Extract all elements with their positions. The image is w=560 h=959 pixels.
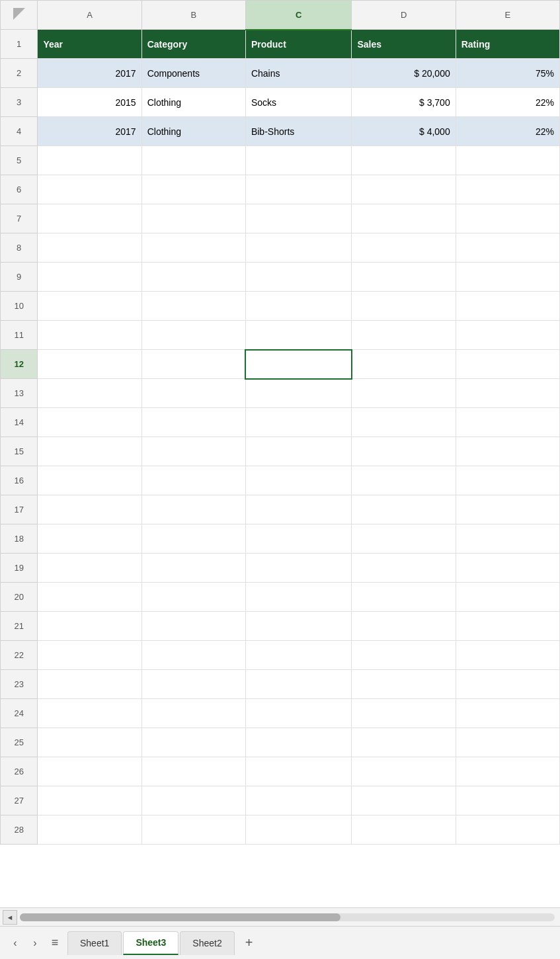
cell-a2[interactable]: 2017 [38, 59, 141, 88]
cell-e3[interactable]: 22% [456, 88, 559, 117]
cell-d4[interactable]: $ 4,000 [352, 117, 456, 146]
cell-e9[interactable] [456, 263, 559, 292]
cell-e10[interactable] [456, 292, 559, 321]
cell-e7[interactable] [456, 204, 559, 233]
cell-a4[interactable]: 2017 [38, 117, 141, 146]
row-number-18: 18 [1, 524, 38, 554]
row-number-21: 21 [1, 612, 38, 641]
cell-e8[interactable] [456, 233, 559, 263]
table-row: 11 [1, 321, 560, 350]
cell-b8[interactable] [141, 233, 245, 263]
cell-e5[interactable] [456, 146, 559, 175]
row-number-5: 5 [1, 146, 38, 175]
cell-b6[interactable] [141, 175, 245, 204]
cell-a11[interactable] [38, 321, 141, 350]
tab-sheet2[interactable]: Sheet2 [180, 931, 234, 955]
cell-a10[interactable] [38, 292, 141, 321]
scroll-left-button[interactable]: ◄ [3, 910, 17, 925]
cell-c4[interactable]: Bib-Shorts [245, 117, 352, 146]
cell-a5[interactable] [38, 146, 141, 175]
cell-c11[interactable] [245, 321, 352, 350]
cell-e1[interactable]: Rating [456, 30, 559, 59]
cell-a6[interactable] [38, 175, 141, 204]
cell-e11[interactable] [456, 321, 559, 350]
cell-c8[interactable] [245, 233, 352, 263]
cell-b5[interactable] [141, 146, 245, 175]
table-row: 26 [1, 757, 560, 786]
cell-b7[interactable] [141, 204, 245, 233]
cell-d1[interactable]: Sales [352, 30, 456, 59]
cell-c1[interactable]: Product [245, 30, 352, 59]
cell-b2[interactable]: Components [141, 59, 245, 88]
cell-b11[interactable] [141, 321, 245, 350]
row-number-17: 17 [1, 495, 38, 524]
cell-b12[interactable] [141, 350, 245, 379]
cell-d5[interactable] [352, 146, 456, 175]
cell-c12[interactable] [245, 350, 352, 379]
tab-sheet3[interactable]: Sheet3 [123, 931, 179, 955]
table-row: 24 [1, 699, 560, 728]
cell-a8[interactable] [38, 233, 141, 263]
cell-c5[interactable] [245, 146, 352, 175]
cell-a9[interactable] [38, 263, 141, 292]
cell-a3[interactable]: 2015 [38, 88, 141, 117]
table-row: 14 [1, 408, 560, 437]
cell-d3[interactable]: $ 3,700 [352, 88, 456, 117]
cell-d12[interactable] [352, 350, 456, 379]
tab-sheet1-label: Sheet1 [80, 938, 109, 948]
row-number-9: 9 [1, 263, 38, 292]
add-sheet-button[interactable]: + [239, 933, 260, 954]
cell-d7[interactable] [352, 204, 456, 233]
table-row: 7 [1, 204, 560, 233]
table-row: 17 [1, 495, 560, 524]
table-row: 23 [1, 670, 560, 699]
cell-d11[interactable] [352, 321, 456, 350]
cell-d9[interactable] [352, 263, 456, 292]
table-row: 5 [1, 146, 560, 175]
scroll-track[interactable] [20, 913, 555, 921]
cell-c3[interactable]: Socks [245, 88, 352, 117]
cell-e4[interactable]: 22% [456, 117, 559, 146]
cell-a12[interactable] [38, 350, 141, 379]
horizontal-scrollbar: ◄ [0, 907, 560, 926]
cell-b3[interactable]: Clothing [141, 88, 245, 117]
table-row: 10 [1, 292, 560, 321]
cell-a1[interactable]: Year [38, 30, 141, 59]
col-header-a[interactable]: A [38, 1, 141, 30]
col-header-b[interactable]: B [141, 1, 245, 30]
col-header-e[interactable]: E [456, 1, 559, 30]
cell-e2[interactable]: 75% [456, 59, 559, 88]
col-header-d[interactable]: D [352, 1, 456, 30]
scroll-thumb[interactable] [20, 913, 340, 921]
cell-c7[interactable] [245, 204, 352, 233]
row-number-27: 27 [1, 786, 38, 815]
col-header-c[interactable]: C [245, 1, 352, 30]
cell-b4[interactable]: Clothing [141, 117, 245, 146]
cell-e6[interactable] [456, 175, 559, 204]
tab-nav-next[interactable]: › [25, 933, 45, 953]
cell-c9[interactable] [245, 263, 352, 292]
row-number-16: 16 [1, 466, 38, 495]
cell-c10[interactable] [245, 292, 352, 321]
cell-c2[interactable]: Chains [245, 59, 352, 88]
cell-b10[interactable] [141, 292, 245, 321]
cell-c6[interactable] [245, 175, 352, 204]
cell-b1[interactable]: Category [141, 30, 245, 59]
row-number-23: 23 [1, 670, 38, 699]
cell-d10[interactable] [352, 292, 456, 321]
cell-a7[interactable] [38, 204, 141, 233]
table-row: 25 [1, 728, 560, 757]
row-number-7: 7 [1, 204, 38, 233]
table-row: 28 [1, 815, 560, 845]
tab-nav-prev[interactable]: ‹ [5, 933, 25, 953]
cell-b9[interactable] [141, 263, 245, 292]
row-number-2: 2 [1, 59, 38, 88]
cell-d6[interactable] [352, 175, 456, 204]
tab-menu-button[interactable]: ≡ [45, 933, 65, 953]
cell-e12[interactable] [456, 350, 559, 379]
table-row: 21 [1, 612, 560, 641]
cell-d8[interactable] [352, 233, 456, 263]
cell-d2[interactable]: $ 20,000 [352, 59, 456, 88]
tab-sheet1[interactable]: Sheet1 [67, 931, 122, 955]
table-row: 2 2017 Components Chains $ 20,000 75% [1, 59, 560, 88]
